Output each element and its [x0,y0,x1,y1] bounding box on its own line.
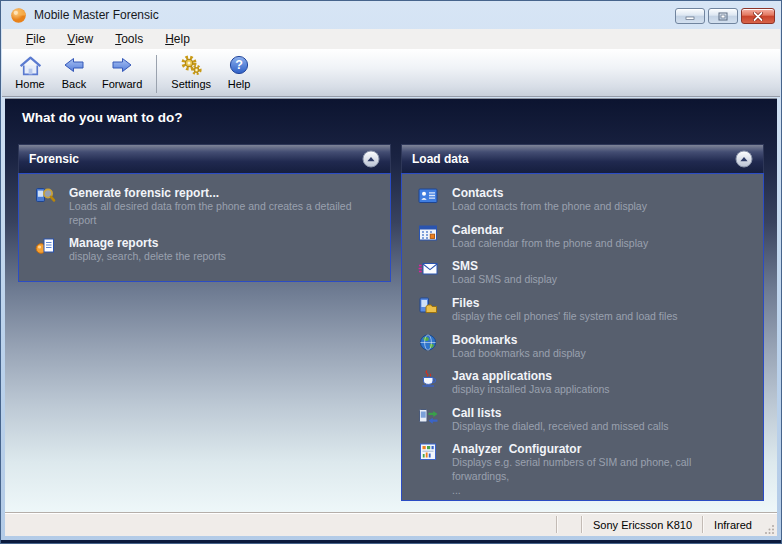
menubar: File View Tools Help [2,29,780,49]
item-subtitle: Displays e.g. serial numbers of SIM and … [452,456,751,497]
item-sms[interactable]: SMS Load SMS and display [408,255,757,292]
item-manage-reports[interactable]: Manage reports display, search, delete t… [25,232,384,269]
item-subtitle: display the cell phones' file system and… [452,310,678,324]
back-label: Back [58,78,90,90]
window-bottom-edge [1,540,781,543]
item-files[interactable]: Files display the cell phones' file syst… [408,292,757,329]
home-button[interactable]: Home [8,53,52,90]
titlebar[interactable]: Mobile Master Forensic [1,1,781,29]
item-text: Java applications display installed Java… [452,369,610,397]
sms-icon [416,259,440,287]
resize-grip[interactable] [762,513,777,536]
item-generate-forensic-report[interactable]: Generate forensic report... Loads all de… [25,182,384,232]
toolbar-separator [156,55,157,93]
calendar-icon [416,223,440,251]
item-bookmarks[interactable]: Bookmarks Load bookmarks and display [408,329,757,366]
item-subtitle: Load calendar from the phone and display [452,237,648,251]
forensic-report-icon [33,186,57,227]
load-data-panel-body: Contacts Load contacts from the phone an… [401,173,764,501]
files-icon [416,296,440,324]
menu-tools[interactable]: Tools [104,30,154,48]
resize-grip-icon [765,524,775,534]
maximize-icon [718,12,728,21]
item-text: Bookmarks Load bookmarks and display [452,333,586,361]
item-subtitle: Load SMS and display [452,273,557,287]
home-label: Home [14,78,46,90]
forward-arrow-icon [102,53,142,77]
statusbar-divider [556,516,558,533]
forensic-panel-body: Generate forensic report... Loads all de… [18,173,391,282]
home-icon [14,53,46,77]
forensic-panel: Forensic [18,144,391,282]
contacts-icon [416,186,440,214]
window-title: Mobile Master Forensic [34,8,159,22]
minimize-button[interactable] [675,8,705,24]
collapse-up-icon[interactable] [735,150,753,168]
item-text: Call lists Displays the dialedl, receive… [452,406,669,434]
item-subtitle: display installed Java applications [452,383,610,397]
forward-button[interactable]: Forward [96,53,148,90]
item-title[interactable]: Calendar [452,223,648,237]
status-device: Sony Ericsson K810 [583,519,702,531]
back-button[interactable]: Back [52,53,96,90]
gears-icon [171,53,211,77]
item-calendar[interactable]: Calendar Load calendar from the phone an… [408,219,757,256]
collapse-up-icon[interactable] [362,150,380,168]
item-java-applications[interactable]: Java applications display installed Java… [408,365,757,402]
item-subtitle: Loads all desired data from the phone an… [69,200,378,227]
item-subtitle: Displays the dialedl, received and misse… [452,420,669,434]
item-title[interactable]: Files [452,296,678,310]
item-title[interactable]: SMS [452,259,557,273]
item-text: Files display the cell phones' file syst… [452,296,678,324]
statusbar: Sony Ericsson K810 Infrared [5,512,777,536]
item-text: Manage reports display, search, delete t… [69,236,226,264]
item-call-lists[interactable]: Call lists Displays the dialedl, receive… [408,402,757,439]
app-logo-icon [10,7,27,24]
call-lists-icon [416,406,440,434]
menu-help[interactable]: Help [154,30,201,48]
item-title[interactable]: Contacts [452,186,647,200]
item-subtitle: display, search, delete the reports [69,250,226,264]
item-text: SMS Load SMS and display [452,259,557,287]
forward-label: Forward [102,78,142,90]
load-data-panel-header[interactable]: Load data [401,144,764,173]
main-content: What do you want to do? Forensic [5,98,777,512]
help-button[interactable]: ? Help [217,53,261,90]
item-title[interactable]: Call lists [452,406,669,420]
settings-button[interactable]: Settings [165,53,217,90]
status-connection: Infrared [704,519,762,531]
help-icon: ? [223,53,255,77]
back-arrow-icon [58,53,90,77]
load-data-panel-title: Load data [412,152,469,166]
help-label: Help [223,78,255,90]
forensic-panel-header[interactable]: Forensic [18,144,391,173]
close-icon [753,12,763,21]
page-title: What do you want to do? [5,99,777,137]
minimize-icon [685,12,695,20]
close-button[interactable] [741,8,775,24]
item-subtitle: Load bookmarks and display [452,347,586,361]
panels-row: Forensic [5,137,777,501]
manage-reports-icon [33,236,57,264]
app-window: Mobile Master Forensic File View Tools H… [0,0,782,544]
item-title[interactable]: Analyzer Configurator [452,442,751,456]
item-text: Contacts Load contacts from the phone an… [452,186,647,214]
item-title[interactable]: Manage reports [69,236,226,250]
item-title[interactable]: Generate forensic report... [69,186,378,200]
window-controls [675,6,775,24]
item-text: Calendar Load calendar from the phone an… [452,223,648,251]
forensic-panel-title: Forensic [29,152,79,166]
item-text: Generate forensic report... Loads all de… [69,186,378,227]
toolbar: Home Back Forward [2,49,780,97]
item-text: Analyzer Configurator Displays e.g. seri… [452,442,751,497]
maximize-button[interactable] [708,8,738,24]
item-contacts[interactable]: Contacts Load contacts from the phone an… [408,182,757,219]
item-subtitle: Load contacts from the phone and display [452,200,647,214]
item-title[interactable]: Bookmarks [452,333,586,347]
item-title[interactable]: Java applications [452,369,610,383]
java-icon [416,369,440,397]
menu-view[interactable]: View [56,30,104,48]
menu-file[interactable]: File [15,30,56,48]
item-analyzer-configurator[interactable]: Analyzer Configurator Displays e.g. seri… [408,438,757,502]
bookmarks-icon [416,333,440,361]
